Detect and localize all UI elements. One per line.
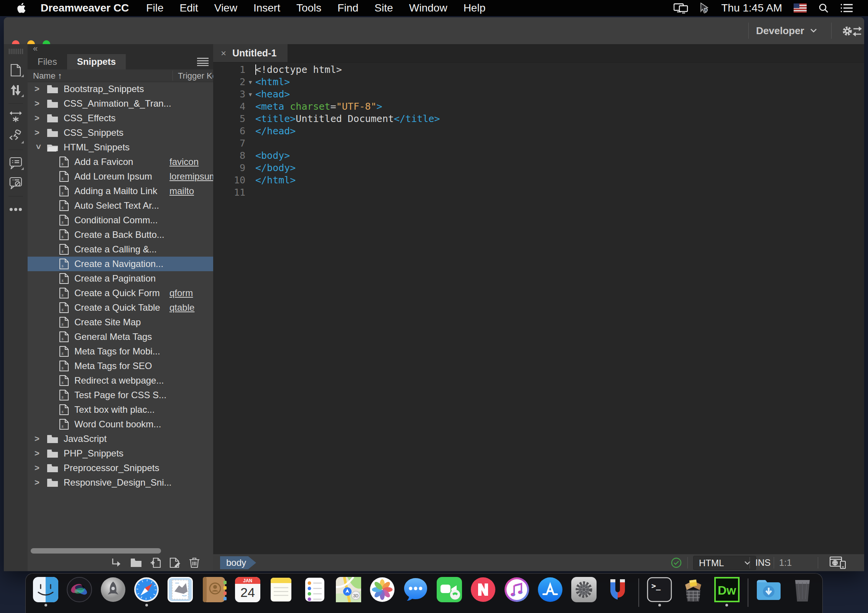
dock-downloads-icon[interactable] — [756, 577, 782, 606]
dock-magnet-icon[interactable] — [605, 577, 631, 606]
snippet-row[interactable]: sRedirect a webpage... — [28, 373, 213, 388]
code-area[interactable]: 1<!doctype html>2▼<html>3▼<head>4<meta c… — [213, 62, 864, 554]
dock-calendar-icon[interactable]: JAN24 — [235, 577, 261, 606]
snippet-row[interactable]: sWord Count bookm... — [28, 417, 213, 432]
doc-type-dropdown[interactable]: HTML — [693, 556, 756, 570]
snippet-row[interactable]: sTest Page for CSS S... — [28, 388, 213, 402]
close-tab-icon[interactable]: × — [221, 48, 226, 59]
folder-row[interactable]: >Preprocessor_Snippets — [28, 461, 213, 475]
menu-window[interactable]: Window — [401, 2, 455, 14]
code-line[interactable]: 8<body> — [213, 150, 864, 162]
dock-reminders-icon[interactable] — [302, 577, 328, 606]
preview-devices-icon[interactable] — [830, 557, 846, 569]
wrap-tag-button[interactable] — [4, 107, 28, 127]
dock-mail-icon[interactable] — [167, 577, 193, 606]
more-tools-button[interactable] — [4, 199, 28, 219]
dock-safari-icon[interactable] — [133, 577, 159, 606]
dock-facetime-icon[interactable] — [436, 577, 462, 606]
spotlight-search-icon[interactable] — [818, 3, 829, 13]
apply-comment-button[interactable] — [4, 153, 28, 173]
snippet-row[interactable]: sMeta Tags for Mobi... — [28, 344, 213, 359]
document-tab[interactable]: × Untitled-1 — [213, 44, 288, 62]
snippet-row[interactable]: sConditional Comm... — [28, 213, 213, 227]
dock-trash-icon[interactable] — [789, 577, 815, 606]
notification-center-icon[interactable] — [840, 3, 853, 13]
chevron-collapsed-icon[interactable]: > — [35, 448, 42, 458]
folder-row[interactable]: >CSS_Snippets — [28, 125, 213, 140]
dock-finder-icon[interactable] — [33, 577, 59, 606]
panel-menu-icon[interactable] — [197, 58, 209, 66]
snippet-row[interactable]: sCreate Site Map — [28, 315, 213, 330]
sync-settings-icon[interactable] — [842, 25, 862, 37]
snippet-row[interactable]: sCreate a Quick Tableqtable — [28, 300, 213, 315]
code-line[interactable]: 4<meta charset="UTF-8"> — [213, 101, 864, 113]
dock-terminal-icon[interactable]: >_ — [646, 577, 672, 606]
display-mirroring-icon[interactable] — [674, 3, 688, 13]
tag-selector-body[interactable]: body — [220, 556, 256, 569]
folder-row[interactable]: >Bootstrap_Snippets — [28, 82, 213, 96]
dock-siri-icon[interactable] — [66, 577, 92, 606]
new-snippet-button[interactable] — [150, 557, 161, 568]
code-line[interactable]: 9</body> — [213, 162, 864, 174]
menu-file[interactable]: File — [138, 2, 171, 14]
code-fold-icon[interactable]: ▼ — [245, 88, 255, 101]
edit-snippet-button[interactable] — [169, 557, 181, 568]
code-line[interactable]: 6</head> — [213, 125, 864, 137]
chevron-collapsed-icon[interactable]: > — [35, 434, 42, 444]
chevron-collapsed-icon[interactable]: > — [35, 84, 42, 94]
insert-snippet-button[interactable] — [111, 558, 122, 568]
code-fold-icon[interactable]: ▼ — [245, 76, 255, 88]
new-file-button[interactable] — [4, 60, 28, 80]
chevron-collapsed-icon[interactable]: > — [35, 99, 42, 109]
dock-system-preferences-icon[interactable] — [571, 577, 597, 606]
menu-view[interactable]: View — [206, 2, 245, 14]
menu-app-name[interactable]: Dreamweaver CC — [41, 2, 129, 14]
code-line[interactable]: 5<title>Untitled Document</title> — [213, 113, 864, 125]
code-line[interactable]: 3▼<head> — [213, 88, 864, 101]
dock-dreamweaver-icon[interactable]: Dw — [714, 577, 740, 606]
dock-installer-icon[interactable] — [680, 577, 706, 606]
panel-collapse-button[interactable]: « — [28, 44, 213, 54]
chevron-collapsed-icon[interactable]: > — [35, 113, 42, 123]
chevron-expanded-icon[interactable]: > — [33, 144, 43, 152]
menu-clock[interactable]: Thu 1:45 AM — [721, 2, 782, 14]
dock-itunes-icon[interactable] — [504, 577, 530, 606]
folder-row[interactable]: >HTML_Snippets — [28, 140, 213, 155]
snippet-row[interactable]: sGeneral Meta Tags — [28, 330, 213, 344]
input-language-flag-icon[interactable] — [794, 3, 807, 13]
code-line[interactable]: 11 — [213, 186, 864, 199]
menu-insert[interactable]: Insert — [245, 2, 288, 14]
code-format-button[interactable] — [4, 127, 28, 147]
snippet-row[interactable]: sCreate a Quick Formqform — [28, 286, 213, 300]
menu-extra-cursor-icon[interactable] — [700, 2, 710, 14]
new-folder-button[interactable] — [130, 558, 142, 567]
chevron-collapsed-icon[interactable]: > — [35, 128, 42, 138]
workspace-switcher[interactable]: Developer — [756, 17, 817, 44]
file-management-button[interactable] — [4, 80, 28, 100]
chevron-collapsed-icon[interactable]: > — [35, 463, 42, 473]
snippet-row[interactable]: sAdding a Mailto Linkmailto — [28, 184, 213, 198]
menu-find[interactable]: Find — [329, 2, 366, 14]
folder-row[interactable]: >CSS_Animation_&_Tran... — [28, 96, 213, 111]
dock-launchpad-icon[interactable] — [100, 577, 126, 606]
snippet-row[interactable]: sCreate a Back Butto... — [28, 227, 213, 242]
snippet-row[interactable]: sMeta Tags for SEO — [28, 359, 213, 373]
tab-files[interactable]: Files — [28, 54, 67, 69]
dock-app-store-icon[interactable] — [537, 577, 563, 606]
menu-site[interactable]: Site — [367, 2, 401, 14]
dock-news-icon[interactable] — [470, 577, 496, 606]
menu-tools[interactable]: Tools — [288, 2, 329, 14]
dock-maps-icon[interactable]: 3D — [335, 577, 362, 606]
folder-row[interactable]: >PHP_Snippets — [28, 446, 213, 461]
snippet-row[interactable]: sAdd Loreum Ipsumloremipsum — [28, 169, 213, 184]
dock-notes-icon[interactable] — [268, 577, 294, 606]
menu-edit[interactable]: Edit — [171, 2, 206, 14]
code-line[interactable]: 2▼<html> — [213, 76, 864, 88]
code-line[interactable]: 7 — [213, 137, 864, 150]
toolbar-grip[interactable] — [8, 49, 23, 54]
snippet-row[interactable]: sCreate a Navigation... — [28, 257, 213, 271]
apple-menu-icon[interactable] — [17, 2, 27, 14]
snippet-row[interactable]: sAuto Select Text Ar... — [28, 198, 213, 213]
remove-comment-button[interactable] — [4, 173, 28, 193]
folder-row[interactable]: >JavaScript — [28, 432, 213, 446]
